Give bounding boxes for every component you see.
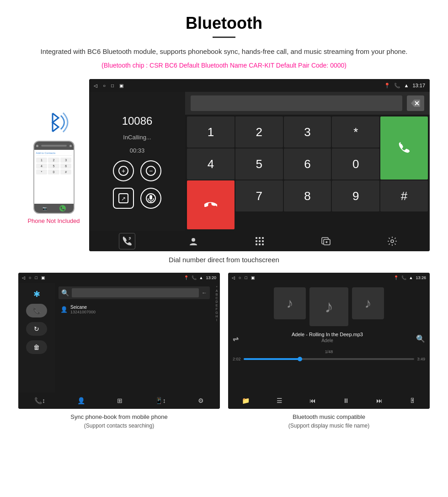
hu-phone-number: 10086 [122, 115, 153, 127]
ms-progress-thumb [298, 357, 302, 361]
svg-rect-8 [149, 195, 152, 200]
pb-recent-icon[interactable]: □ [35, 275, 37, 280]
alpha-e: E [216, 304, 218, 307]
music-screen-wrapper: ◁ ○ □ ▣ 📍 📞 ▲ 13:26 ♪ [228, 273, 430, 430]
microphone-button[interactable] [140, 188, 161, 209]
pb-call-button[interactable]: 📞 [26, 304, 47, 317]
svg-marker-10 [411, 100, 420, 107]
ms-recent-icon[interactable]: □ [245, 275, 247, 280]
ms-status-right: 📍 📞 ▲ 13:26 [394, 275, 426, 280]
end-call-button[interactable] [187, 180, 235, 229]
key-2[interactable]: 2 [235, 116, 283, 148]
hu-extra-buttons: ↗ [113, 188, 161, 209]
ms-album-prev: ♪ [274, 287, 306, 319]
ms-wifi-icon: ▲ [409, 275, 413, 280]
key-7[interactable]: 7 [235, 180, 283, 211]
pb-search-input[interactable] [72, 288, 199, 297]
pb-delete-button[interactable]: 🗑 [26, 340, 47, 354]
pb-back-icon[interactable]: ◁ [22, 275, 25, 280]
ms-center-info: Adele - Rolling In the Deep.mp3 Adele [292, 332, 363, 346]
alpha-star: * [216, 286, 218, 289]
pb-nav-contacts[interactable]: 👤 [77, 397, 85, 404]
ms-phone-icon: 📞 [401, 275, 406, 280]
mock-key-4: 4 [36, 164, 48, 169]
key-0[interactable]: 0 [332, 148, 379, 180]
ms-content: ♪ ♪ ♪ ⇌ Adele - Rolling In the Deep.mp3 [228, 283, 430, 392]
shuffle-icon[interactable]: ⇌ [233, 334, 239, 343]
notification-icon: ▣ [119, 83, 123, 88]
key-5[interactable]: 5 [235, 148, 283, 180]
back-nav-icon[interactable]: ◁ [94, 83, 97, 88]
caption-dial: Dial number direct from touchscreen [18, 256, 430, 264]
ms-nav-equalizer[interactable]: 🎚 [410, 397, 416, 404]
hu-nav-dialpad[interactable] [251, 233, 268, 249]
key-3[interactable]: 3 [284, 116, 331, 148]
transfer-button[interactable]: ↗ [113, 188, 134, 209]
svg-rect-17 [256, 240, 257, 242]
ms-progress-bar[interactable] [244, 358, 415, 360]
mock-key-6: 6 [60, 164, 72, 169]
mock-key-9: # [60, 169, 72, 174]
hu-statusbar-right: 📍 📞 ▲ 13:17 [384, 83, 425, 89]
pb-back-arrow[interactable]: ← [202, 290, 207, 296]
phone-mock-body: Add to Contacts 1 2 3 4 5 6 * 0 # [34, 150, 74, 204]
ms-nav-list[interactable]: ☰ [277, 397, 283, 404]
key-star[interactable]: * [332, 116, 379, 148]
hu-nav-contacts[interactable] [185, 233, 202, 249]
recent-nav-icon[interactable]: □ [111, 83, 114, 88]
ms-home-icon[interactable]: ○ [239, 275, 241, 280]
pb-nav-calls[interactable]: 📞↕ [34, 397, 45, 404]
hu-statusbar-left: ◁ ○ □ ▣ [94, 83, 123, 88]
volume-down-button[interactable]: − [140, 160, 161, 181]
pb-contact-row-1[interactable]: 👤 Seicane 13241007000 [59, 303, 210, 316]
page-title: Bluetooth [18, 14, 430, 33]
volume-up-button[interactable]: + [113, 160, 134, 181]
svg-text:↗: ↗ [121, 196, 126, 202]
key-hash[interactable]: # [380, 180, 428, 211]
page-wrapper: Bluetooth Integrated with BC6 Bluetooth … [0, 0, 448, 453]
key-1[interactable]: 1 [187, 116, 235, 148]
ms-nav-play[interactable]: ⏸ [343, 397, 349, 404]
ms-nav-next[interactable]: ⏭ [376, 397, 383, 404]
pb-caption-line2: (Support contacts searching) [18, 422, 220, 430]
ms-album-main: ♪ [309, 287, 348, 326]
ms-time-current: 2:02 [233, 357, 241, 361]
pb-nav-dialpad[interactable]: ⊞ [117, 397, 123, 404]
hu-number-input[interactable] [191, 95, 402, 111]
hu-nav-transfer[interactable] [318, 233, 334, 249]
phone-mockup: Add to Contacts 1 2 3 4 5 6 * 0 # 📷 [33, 141, 75, 214]
pb-notif-icon: ▣ [41, 275, 45, 280]
pb-sync-button[interactable]: ↻ [26, 322, 47, 336]
ms-nav-folder[interactable]: 📁 [242, 397, 250, 404]
svg-rect-16 [262, 237, 264, 239]
svg-point-13 [192, 238, 195, 242]
search-music-icon[interactable]: 🔍 [416, 334, 425, 343]
ms-nav-prev[interactable]: ⏮ [309, 397, 316, 404]
phone-mock-dot-2 [69, 145, 72, 147]
mock-key-5: 5 [48, 164, 59, 169]
key-9[interactable]: 9 [332, 180, 379, 211]
hu-keypad: 1 2 3 * 4 5 6 0 7 [185, 115, 430, 231]
call-green-button[interactable] [380, 116, 428, 180]
ms-back-icon[interactable]: ◁ [232, 275, 235, 280]
phonebook-screen: ◁ ○ □ ▣ 📍 📞 ▲ 13:20 ✱ [18, 273, 220, 409]
ms-navbar: 📁 ☰ ⏮ ⏸ ⏭ 🎚 [228, 392, 430, 409]
key-4[interactable]: 4 [187, 148, 235, 180]
home-nav-icon[interactable]: ○ [103, 83, 106, 88]
pb-nav-settings[interactable]: ⚙ [198, 397, 204, 404]
wifi-icon: ▲ [404, 83, 409, 88]
key-6[interactable]: 6 [284, 148, 331, 180]
key-8[interactable]: 8 [284, 180, 331, 211]
pb-home-icon[interactable]: ○ [29, 275, 31, 280]
ms-progress-fill [244, 358, 300, 360]
hu-nav-settings[interactable] [384, 233, 400, 249]
pb-search-row: 🔍 ← [59, 286, 210, 299]
phone-status-icon: 📞 [394, 83, 400, 89]
mock-key-1: 1 [36, 158, 48, 163]
pb-statusbar: ◁ ○ □ ▣ 📍 📞 ▲ 13:20 [18, 273, 220, 283]
alpha-d: D [215, 300, 218, 303]
hu-nav-calls[interactable] [119, 233, 135, 249]
ms-album-icon-main: ♪ [325, 297, 333, 317]
hu-backspace-button[interactable] [407, 95, 424, 111]
pb-nav-transfer[interactable]: 📱↕ [155, 397, 166, 404]
